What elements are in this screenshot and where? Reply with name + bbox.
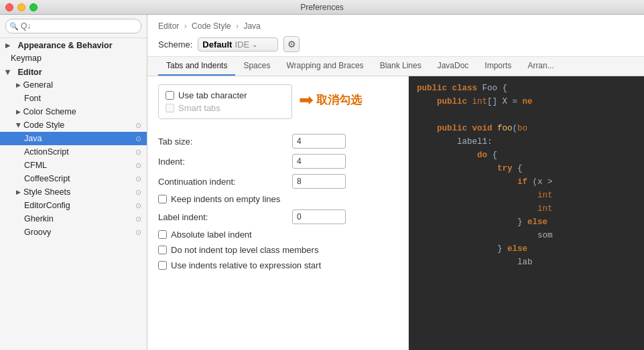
maximize-button[interactable] [29,3,38,11]
continuation-indent-label: Continuation indent: [158,177,292,187]
window-title: Preferences [300,3,344,12]
sidebar-item-gherkin[interactable]: Gherkin ⊙ [0,212,147,226]
triangle-icon: ▶ [16,189,21,195]
sidebar: 🔍 ▶ Appearance & Behavior Keymap ▶ Edito… [0,15,147,350]
triangle-icon: ▶ [16,108,21,115]
absolute-label-indent-label: Absolute label indent [171,230,252,240]
breadcrumb: Editor › Code Style › Java [158,21,633,31]
sidebar-item-appearance[interactable]: ▶ Appearance & Behavior [0,38,147,52]
label-indent-row: Label indent: [158,209,397,224]
scheme-value: Default [202,39,232,50]
sidebar-item-cfml[interactable]: CFML ⊙ [0,159,147,172]
arrow-icon: ➡ [299,90,314,110]
sidebar-item-editor[interactable]: ▶ Editor [0,65,147,78]
indent-input[interactable] [292,154,346,169]
label-indent-label: Label indent: [158,212,292,222]
use-tab-character-row: Use tab character [166,90,285,100]
close-button[interactable] [5,3,13,11]
title-bar: Preferences [0,0,644,15]
code-line-14: lab [417,256,636,269]
sidebar-item-color-scheme[interactable]: ▶ Color Scheme [0,105,147,118]
copy-badge-icon: ⊙ [135,228,141,237]
triangle-icon: ▶ [15,123,22,128]
sidebar-item-style-sheets[interactable]: ▶ Style Sheets ⊙ [0,185,147,199]
code-line-10: int [417,202,636,215]
search-wrapper: 🔍 [5,19,141,33]
keep-indents-label: Keep indents on empty lines [171,194,280,204]
annotation: ➡ 取消勾选 [299,90,362,110]
use-tab-character-checkbox[interactable] [166,91,174,100]
triangle-icon: ▶ [5,70,11,75]
tab-arrange[interactable]: Arran... [519,57,562,76]
tab-imports[interactable]: Imports [476,57,519,76]
annotation-text: 取消勾选 [316,92,362,108]
settings-left: Use tab character Smart tabs ➡ 取消勾选 Tab … [147,76,409,350]
copy-badge-icon: ⊙ [135,188,141,197]
code-preview: public class Foo { public int[] X = ne p… [409,76,644,350]
copy-badge-icon: ⊙ [135,175,141,183]
settings-content: Use tab character Smart tabs ➡ 取消勾选 Tab … [147,76,644,350]
tabs-bar: Tabs and Indents Spaces Wrapping and Bra… [147,57,644,76]
tab-size-label: Tab size: [158,137,292,147]
search-input[interactable] [5,19,141,33]
scheme-row: Scheme: Default IDE ⌄ ⚙ [158,36,633,52]
content-header: Editor › Code Style › Java Scheme: Defau… [147,15,644,57]
sidebar-item-actionscript[interactable]: ActionScript ⊙ [0,145,147,159]
smart-tabs-checkbox[interactable] [166,104,174,112]
sidebar-item-groovy[interactable]: Groovy ⊙ [0,226,147,239]
chevron-down-icon: ⌄ [252,41,257,48]
code-line-2: public int[] X = ne [417,95,636,108]
code-line-1: public class Foo { [417,82,636,95]
search-box: 🔍 [0,15,147,38]
code-line-13: } else [417,242,636,256]
do-not-indent-label: Do not indent top level class members [171,245,318,255]
do-not-indent-checkbox[interactable] [158,246,167,254]
indent-label: Indent: [158,157,292,167]
keep-indents-checkbox[interactable] [158,195,167,203]
sidebar-item-font[interactable]: Font [0,92,147,105]
code-line-4: public void foo(bo [417,122,636,135]
copy-badge-icon: ⊙ [135,148,141,157]
copy-badge-icon: ⊙ [135,201,141,210]
copy-badge-icon: ⊙ [135,161,141,170]
code-line-7: try { [417,162,636,175]
checkbox-annotation-row: Use tab character Smart tabs ➡ 取消勾选 [158,84,397,127]
tab-tabs-and-indents[interactable]: Tabs and Indents [158,57,235,76]
minimize-button[interactable] [17,3,25,11]
content-area: Editor › Code Style › Java Scheme: Defau… [147,15,644,350]
gear-button[interactable]: ⚙ [283,36,300,52]
copy-badge-icon: ⊙ [135,121,141,130]
use-indents-relative-label: Use indents relative to expression start [171,260,321,270]
continuation-indent-row: Continuation indent: [158,174,397,189]
main-layout: 🔍 ▶ Appearance & Behavior Keymap ▶ Edito… [0,15,644,350]
tab-wrapping-and-braces[interactable]: Wrapping and Braces [278,57,371,76]
sidebar-item-java[interactable]: Java ⊙ [0,132,147,145]
window-controls[interactable] [5,3,38,11]
scheme-select[interactable]: Default IDE ⌄ [198,37,278,52]
tab-size-row: Tab size: [158,134,397,149]
use-indents-relative-checkbox[interactable] [158,261,167,270]
tab-blank-lines[interactable]: Blank Lines [372,57,430,76]
code-line-11: } else [417,215,636,229]
triangle-icon: ▶ [16,82,21,88]
sidebar-content: ▶ Appearance & Behavior Keymap ▶ Editor … [0,38,147,350]
label-indent-input[interactable] [292,209,346,224]
sidebar-item-code-style[interactable]: ▶ Code Style ⊙ [0,118,147,132]
do-not-indent-top-level-row: Do not indent top level class members [158,245,397,255]
code-line-5: label1: [417,135,636,149]
use-tab-character-label: Use tab character [178,90,247,100]
continuation-indent-input[interactable] [292,174,346,189]
tab-spaces[interactable]: Spaces [235,57,278,76]
code-line-8: if (x > [417,175,636,189]
copy-badge-icon: ⊙ [135,215,141,224]
sidebar-item-editorconfig[interactable]: EditorConfig ⊙ [0,199,147,212]
sidebar-item-coffeescript[interactable]: CoffeeScript ⊙ [0,172,147,185]
sidebar-item-general[interactable]: ▶ General [0,78,147,92]
scheme-sub: IDE [235,39,249,50]
tab-size-input[interactable] [292,134,346,149]
tab-javadoc[interactable]: JavaDoc [430,57,477,76]
absolute-label-indent-checkbox[interactable] [158,230,167,239]
search-icon: 🔍 [9,22,19,31]
copy-badge-icon: ⊙ [135,135,141,143]
sidebar-item-keymap[interactable]: Keymap [0,52,147,65]
